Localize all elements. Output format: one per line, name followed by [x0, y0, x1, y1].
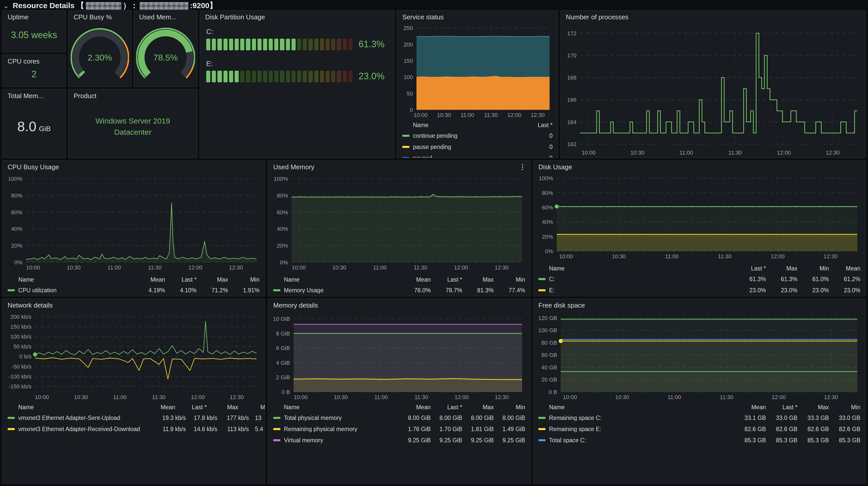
panel-title[interactable]: Used Memory: [268, 161, 530, 172]
memory-details-chart[interactable]: 10:0010:3011:0011:3012:0012:300 B2 GiB4 …: [272, 311, 526, 401]
panel-title[interactable]: Free disk space: [533, 299, 865, 311]
svg-text:11:00: 11:00: [373, 264, 386, 271]
legend-col-last[interactable]: Last *: [175, 404, 207, 410]
legend-col-min[interactable]: Min: [797, 265, 829, 271]
series-swatch[interactable]: [273, 289, 280, 291]
legend-col-max[interactable]: Max: [207, 404, 238, 410]
panel-title[interactable]: Disk Usage: [533, 161, 865, 172]
svg-text:50: 50: [407, 90, 413, 97]
series-swatch[interactable]: [273, 428, 280, 430]
panel-title[interactable]: Number of processes: [561, 11, 865, 22]
legend-col-mean[interactable]: Mean: [829, 265, 860, 271]
series-name[interactable]: Remaining space C:: [549, 415, 735, 421]
legend-col-last[interactable]: Last *: [431, 277, 462, 283]
legend-col-last[interactable]: Last *: [165, 277, 196, 283]
legend-col-mean[interactable]: Mean: [399, 404, 431, 410]
panel-title[interactable]: Used Mem...: [134, 11, 197, 22]
legend-col-name[interactable]: Name: [538, 404, 735, 410]
series-swatch[interactable]: [273, 439, 280, 441]
processes-chart[interactable]: 10:0010:3011:0011:3012:0012:301621641661…: [565, 22, 861, 158]
legend-col-name[interactable]: Name: [273, 404, 399, 410]
series-swatch[interactable]: [538, 439, 546, 441]
chevron-down-icon[interactable]: ⌄: [3, 2, 9, 9]
legend-col-mean[interactable]: Mean: [133, 277, 165, 283]
panel-title[interactable]: CPU cores: [3, 55, 65, 66]
legend-col-mean[interactable]: Mean: [144, 404, 175, 410]
svg-text:200: 200: [404, 41, 413, 48]
bar-gauge-cell: [275, 39, 279, 50]
legend-col-last[interactable]: Last *: [735, 265, 766, 271]
cpu-busy-usage-chart[interactable]: 10:0010:3011:0011:3012:0012:300%20%40%60…: [7, 172, 260, 274]
panel-title[interactable]: Service status: [397, 11, 558, 22]
series-name[interactable]: continue pending: [413, 133, 521, 139]
series-swatch[interactable]: [8, 417, 15, 419]
series-swatch[interactable]: [273, 417, 280, 419]
legend-col-max[interactable]: Max: [766, 265, 797, 271]
series-name[interactable]: C:: [549, 276, 735, 282]
legend-col-min[interactable]: Min: [238, 404, 265, 410]
series-name[interactable]: Virtual memory: [284, 437, 399, 443]
bar-gauge-cell: [280, 71, 284, 82]
series-swatch[interactable]: [402, 146, 409, 148]
legend-col-name[interactable]: Name: [538, 265, 735, 271]
legend-col-max[interactable]: Max: [462, 404, 494, 410]
bar-gauge-cell: [314, 71, 318, 82]
panel-title[interactable]: Memory details: [268, 299, 530, 311]
row-title[interactable]: Resource Details 【 ）： :9200】: [13, 1, 217, 11]
service-status-chart[interactable]: 10:0010:3011:0011:3012:0012:300501001502…: [401, 22, 554, 119]
legend-col-max[interactable]: Max: [462, 277, 494, 283]
legend-col-max[interactable]: Max: [196, 277, 228, 283]
legend: Name Mean Last * Max Min CPU utilization…: [3, 274, 265, 296]
bar-gauge-cell: [218, 71, 222, 82]
series-name[interactable]: Remaining physical memory: [284, 426, 399, 432]
series-swatch[interactable]: [8, 428, 15, 430]
series-name[interactable]: Remaining space E:: [549, 426, 735, 432]
legend-col-min[interactable]: Min: [829, 404, 860, 410]
series-name[interactable]: E:: [549, 287, 735, 293]
legend-col-min[interactable]: Min: [494, 277, 525, 283]
series-name[interactable]: vmxnet3 Ethernet Adapter-Received-Downlo…: [18, 426, 154, 432]
series-name[interactable]: paused: [413, 155, 521, 158]
legend-col-name[interactable]: Name: [273, 277, 399, 283]
series-name[interactable]: CPU utilization: [18, 287, 133, 293]
series-swatch[interactable]: [8, 289, 15, 291]
series-name[interactable]: Memory Usage: [284, 287, 399, 293]
series-swatch[interactable]: [538, 278, 546, 280]
legend-col-mean[interactable]: Mean: [399, 277, 431, 283]
legend-col-name[interactable]: Name: [402, 122, 521, 128]
row-header[interactable]: ⌄ Resource Details 【 ）： :9200】: [0, 0, 868, 10]
series-name[interactable]: pause pending: [413, 144, 521, 150]
legend-row: CPU utilization 4.19% 4.10% 71.2% 1.91%: [8, 285, 259, 296]
legend-col-last[interactable]: Last *: [521, 122, 553, 128]
series-name[interactable]: Total space C:: [549, 437, 735, 443]
legend-col-min[interactable]: Min: [494, 404, 525, 410]
panel-title[interactable]: Network details: [3, 299, 265, 311]
used-memory-chart[interactable]: 10:0010:3011:0011:3012:0012:300%20%40%60…: [272, 172, 526, 274]
panel-title[interactable]: CPU Busy Usage: [3, 161, 265, 172]
series-swatch[interactable]: [538, 428, 546, 430]
legend-col-last[interactable]: Last *: [766, 404, 797, 410]
series-max: 33.3 GB: [797, 415, 829, 421]
legend-col-mean[interactable]: Mean: [735, 404, 766, 410]
panel-title[interactable]: Product: [68, 89, 197, 101]
panel-menu-icon[interactable]: ⋮: [519, 163, 526, 170]
disk-usage-chart[interactable]: 10:0010:3011:0011:3012:0012:300%20%40%60…: [537, 172, 861, 262]
legend-col-name[interactable]: Name: [8, 404, 144, 410]
series-name[interactable]: Total physical memory: [284, 415, 399, 421]
series-swatch[interactable]: [402, 135, 409, 137]
legend-col-last[interactable]: Last *: [431, 404, 462, 410]
series-swatch[interactable]: [402, 157, 409, 158]
free-disk-chart[interactable]: 10:0010:3011:0011:3012:0012:300 B20 GB40…: [537, 311, 861, 401]
legend-col-name[interactable]: Name: [8, 277, 133, 283]
panel-title[interactable]: CPU Busy %: [68, 11, 131, 22]
series-name[interactable]: vmxnet3 Ethernet Adapter-Sent-Upload: [18, 415, 154, 421]
panel-title[interactable]: Disk Partition Usage: [200, 11, 394, 22]
panel-title[interactable]: Total Mem...: [3, 89, 65, 101]
legend-col-max[interactable]: Max: [797, 404, 829, 410]
series-mean: 1.76 GiB: [399, 426, 431, 432]
legend-col-min[interactable]: Min: [228, 277, 259, 283]
network-chart[interactable]: 10:0010:3011:0011:3012:0012:30200 kb/s15…: [7, 311, 260, 401]
series-swatch[interactable]: [538, 289, 546, 291]
series-swatch[interactable]: [538, 417, 546, 419]
panel-title[interactable]: Uptime: [3, 11, 65, 22]
